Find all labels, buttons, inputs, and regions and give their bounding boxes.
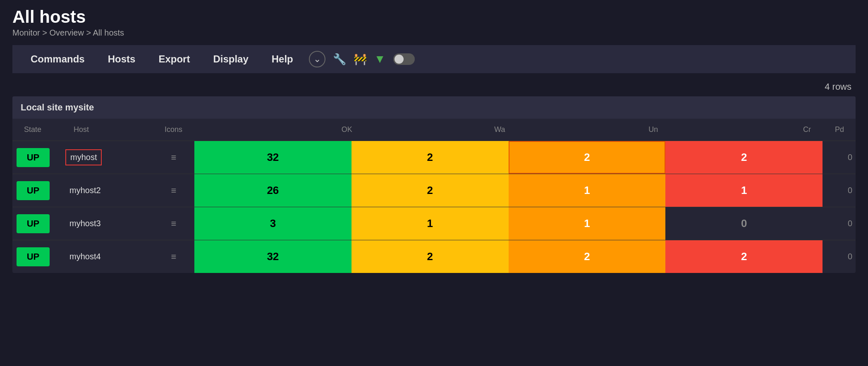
icons-cell[interactable]: ≡ <box>153 174 194 207</box>
state-cell: UP <box>12 207 62 240</box>
unknown-cell[interactable]: 1 <box>509 174 666 207</box>
toolbar-commands[interactable]: Commands <box>19 45 96 73</box>
state-badge-up: UP <box>17 247 50 266</box>
crit-cell[interactable]: 2 <box>665 240 823 273</box>
host-name[interactable]: myhost <box>65 149 102 165</box>
rows-count: 4 rows <box>12 81 856 92</box>
pd-cell: 0 <box>823 141 856 174</box>
unknown-cell[interactable]: 2 <box>509 141 666 174</box>
col-ok: OK <box>203 123 356 136</box>
host-name[interactable]: myhost2 <box>65 183 105 198</box>
host-cell[interactable]: myhost <box>62 141 153 174</box>
state-cell: UP <box>12 240 62 273</box>
toolbar-hosts[interactable]: Hosts <box>96 45 147 73</box>
toolbar-display[interactable]: Display <box>201 45 260 73</box>
state-badge-up: UP <box>17 181 50 200</box>
state-badge-up: UP <box>17 148 50 167</box>
state-badge-up: UP <box>17 214 50 233</box>
state-cell: UP <box>12 141 62 174</box>
host-cell[interactable]: myhost3 <box>62 207 153 240</box>
table-row: UP myhost4 ≡ 32 2 2 2 0 <box>12 240 856 273</box>
hamburger-icon[interactable]: ≡ <box>171 152 177 163</box>
page-title: All hosts <box>12 7 856 26</box>
col-pd: Pd <box>814 123 847 136</box>
hamburger-icon[interactable]: ≡ <box>171 251 177 262</box>
host-cell[interactable]: myhost4 <box>62 240 153 273</box>
icons-cell[interactable]: ≡ <box>153 141 194 174</box>
col-crit: Cr <box>661 123 814 136</box>
toggle-switch[interactable] <box>393 53 415 65</box>
pd-cell: 0 <box>823 240 856 273</box>
pd-cell: 0 <box>823 207 856 240</box>
breadcrumb: Monitor > Overview > All hosts <box>12 28 856 38</box>
chevron-down-icon[interactable]: ⌄ <box>309 51 325 67</box>
page-wrapper: All hosts Monitor > Overview > All hosts… <box>0 0 868 366</box>
site-header: Local site mysite <box>12 96 856 119</box>
ok-cell[interactable]: 32 <box>194 240 352 273</box>
hamburger-icon[interactable]: ≡ <box>171 185 177 196</box>
crit-cell[interactable]: 2 <box>665 141 823 174</box>
table-row: UP myhost3 ≡ 3 1 1 0 0 <box>12 207 856 240</box>
toolbar: Commands Hosts Export Display Help ⌄ 🔧 🚧… <box>12 45 856 73</box>
crit-cell[interactable]: 1 <box>665 174 823 207</box>
warn-cell[interactable]: 2 <box>352 240 509 273</box>
host-name[interactable]: myhost3 <box>65 216 105 231</box>
toolbar-icon-group: ⌄ 🔧 🚧 ▼ <box>309 51 415 67</box>
toolbar-export[interactable]: Export <box>147 45 201 73</box>
col-unknown: Un <box>509 123 662 136</box>
col-state: State <box>21 123 70 136</box>
hamburger-icon[interactable]: ≡ <box>171 218 177 229</box>
unknown-cell[interactable]: 2 <box>509 240 666 273</box>
cone-icon[interactable]: 🚧 <box>354 53 367 66</box>
state-cell: UP <box>12 174 62 207</box>
table-row: UP myhost2 ≡ 26 2 1 1 0 <box>12 174 856 207</box>
ok-cell[interactable]: 32 <box>194 141 352 174</box>
warn-cell[interactable]: 2 <box>352 174 509 207</box>
icons-cell[interactable]: ≡ <box>153 207 194 240</box>
col-icons: Icons <box>161 123 203 136</box>
crit-cell[interactable]: 0 <box>665 207 823 240</box>
icons-cell[interactable]: ≡ <box>153 240 194 273</box>
warn-cell[interactable]: 1 <box>352 207 509 240</box>
col-warn: Wa <box>356 123 509 136</box>
unknown-cell[interactable]: 1 <box>509 207 666 240</box>
filter-icon[interactable]: ▼ <box>374 53 386 66</box>
col-host: Host <box>70 123 161 136</box>
ok-cell[interactable]: 26 <box>194 174 352 207</box>
toolbar-help[interactable]: Help <box>260 45 305 73</box>
pd-cell: 0 <box>823 174 856 207</box>
tools-icon[interactable]: 🔧 <box>333 53 346 66</box>
table-row: UP myhost ≡ 32 2 2 2 0 <box>12 141 856 174</box>
site-table: Local site mysite State Host Icons OK Wa… <box>12 96 856 273</box>
host-name[interactable]: myhost4 <box>65 249 105 264</box>
column-headers: State Host Icons OK Wa Un Cr Pd <box>12 119 856 141</box>
host-cell[interactable]: myhost2 <box>62 174 153 207</box>
warn-cell[interactable]: 2 <box>352 141 509 174</box>
ok-cell[interactable]: 3 <box>194 207 352 240</box>
